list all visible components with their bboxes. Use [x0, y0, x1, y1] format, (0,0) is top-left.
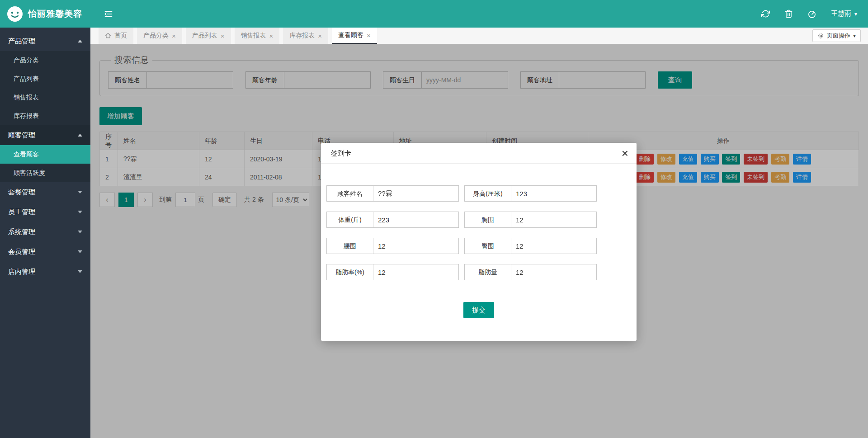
sidebar: 产品管理 产品分类 产品列表 销售报表 库存报表 顾客管理 查看顾客 顾客活跃度…: [0, 28, 90, 438]
sidebar-section-label: 产品管理: [8, 37, 35, 46]
modal-bust-label: 胸围: [464, 212, 511, 228]
topbar-right: 王慧雨 ▾: [761, 9, 868, 19]
sidebar-section-label: 顾客管理: [8, 131, 35, 140]
sidebar-section-member[interactable]: 会员管理: [0, 242, 90, 262]
user-menu[interactable]: 王慧雨 ▾: [831, 9, 857, 18]
modal-customer-name-input[interactable]: [373, 185, 459, 202]
modal-group-fat-mass: 脂肪量: [464, 264, 597, 280]
tab-label: 产品分类: [143, 32, 169, 40]
modal-bust-input[interactable]: [511, 212, 597, 228]
sidebar-section-staff[interactable]: 员工管理: [0, 202, 90, 222]
modal-group-height: 身高(厘米): [464, 185, 597, 202]
tab-home[interactable]: 首页: [99, 28, 133, 44]
modal-waist-input[interactable]: [373, 238, 459, 254]
tab-product-list[interactable]: 产品列表 ×: [186, 28, 231, 44]
tab-label: 查看顾客: [338, 31, 363, 39]
chevron-down-icon: [78, 191, 82, 193]
tabbar: 首页 产品分类 × 产品列表 × 销售报表 × 库存报表 × 查看顾客 ×: [90, 28, 868, 44]
sidebar-item-product-list[interactable]: 产品列表: [0, 70, 90, 88]
tab-stock-report[interactable]: 库存报表 ×: [283, 28, 328, 44]
modal-fat-mass-label: 脂肪量: [464, 264, 511, 280]
chevron-up-icon: [78, 134, 82, 137]
tab-label: 首页: [114, 32, 127, 40]
close-icon[interactable]: ×: [367, 32, 371, 39]
sidebar-item-view-customers[interactable]: 查看顾客: [0, 145, 90, 164]
sidebar-toggle-button[interactable]: [104, 9, 113, 19]
sidebar-submenu-product: 产品分类 产品列表 销售报表 库存报表: [0, 51, 90, 125]
brand-logo: [6, 5, 24, 23]
close-icon[interactable]: ×: [318, 33, 322, 39]
modal-height-input[interactable]: [511, 185, 597, 202]
trash-icon[interactable]: [784, 9, 793, 18]
close-icon[interactable]: ×: [622, 146, 628, 160]
sidebar-section-label: 店内管理: [8, 268, 35, 276]
tab-product-category[interactable]: 产品分类 ×: [137, 28, 182, 44]
close-icon[interactable]: ×: [172, 33, 176, 39]
sidebar-item-product-category[interactable]: 产品分类: [0, 51, 90, 70]
modal-fat-mass-input[interactable]: [511, 264, 597, 280]
modal-customer-name-label: 顾客姓名: [326, 185, 373, 202]
modal-height-label: 身高(厘米): [464, 185, 511, 202]
user-name: 王慧雨: [831, 9, 851, 18]
page-actions-button[interactable]: 页面操作 ▾: [812, 29, 861, 42]
sidebar-section-system[interactable]: 系统管理: [0, 222, 90, 242]
sidebar-toggle-icon: [104, 9, 113, 19]
modal-title: 签到卡: [321, 143, 637, 164]
modal-waist-label: 腰围: [326, 238, 373, 254]
home-icon: [105, 33, 111, 39]
modal-group-weight: 体重(斤): [326, 212, 459, 228]
sidebar-section-label: 员工管理: [8, 208, 35, 217]
sidebar-item-stock-report[interactable]: 库存报表: [0, 107, 90, 125]
page-actions-label: 页面操作: [827, 32, 850, 40]
sidebar-item-customer-activity[interactable]: 顾客活跃度: [0, 164, 90, 182]
checkin-card-modal: 签到卡 × 顾客姓名 身高(厘米) 体重(斤) 胸围 腰围: [321, 143, 637, 341]
tab-label: 产品列表: [192, 32, 217, 40]
modal-footer: 提交: [321, 290, 637, 341]
modal-group-bust: 胸围: [464, 212, 597, 228]
gear-icon: [817, 33, 824, 39]
chevron-down-icon: ▾: [853, 33, 856, 39]
sidebar-submenu-customer: 查看顾客 顾客活跃度: [0, 145, 90, 182]
brand: 怡丽雅馨美容: [0, 5, 90, 23]
modal-fat-rate-label: 脂肪率(%): [326, 264, 373, 280]
tab-sales-report[interactable]: 销售报表 ×: [235, 28, 280, 44]
sidebar-section-label: 系统管理: [8, 228, 35, 236]
sidebar-section-package[interactable]: 套餐管理: [0, 182, 90, 202]
modal-group-hip: 臀围: [464, 238, 597, 254]
modal-hip-label: 臀围: [464, 238, 511, 254]
chevron-down-icon: [78, 231, 82, 233]
sidebar-section-customer[interactable]: 顾客管理: [0, 125, 90, 145]
tab-label: 库存报表: [289, 32, 315, 40]
close-icon[interactable]: ×: [269, 33, 274, 39]
modal-hip-input[interactable]: [511, 238, 597, 254]
modal-group-waist: 腰围: [326, 238, 459, 254]
sidebar-section-label: 套餐管理: [8, 188, 35, 197]
chevron-up-icon: [78, 40, 82, 42]
submit-button[interactable]: 提交: [463, 302, 494, 318]
topbar: 怡丽雅馨美容 王慧雨 ▾: [0, 0, 868, 28]
sidebar-item-sales-report[interactable]: 销售报表: [0, 88, 90, 107]
modal-weight-input[interactable]: [373, 212, 459, 228]
tab-label: 销售报表: [241, 32, 266, 40]
sidebar-section-label: 会员管理: [8, 248, 35, 256]
chevron-down-icon: [78, 211, 82, 213]
modal-body: 顾客姓名 身高(厘米) 体重(斤) 胸围 腰围 臀: [321, 164, 637, 280]
modal-fat-rate-input[interactable]: [373, 264, 459, 280]
tab-view-customers[interactable]: 查看顾客 ×: [332, 28, 377, 44]
modal-weight-label: 体重(斤): [326, 212, 373, 228]
refresh-icon[interactable]: [761, 9, 770, 18]
modal-group-customer-name: 顾客姓名: [326, 185, 459, 202]
chevron-down-icon: [78, 270, 82, 273]
sidebar-section-product[interactable]: 产品管理: [0, 31, 90, 51]
brand-title: 怡丽雅馨美容: [28, 8, 82, 20]
chevron-down-icon: ▾: [854, 11, 857, 17]
dashboard-icon[interactable]: [807, 9, 816, 19]
sidebar-section-store[interactable]: 店内管理: [0, 262, 90, 282]
modal-group-fat-rate: 脂肪率(%): [326, 264, 459, 280]
close-icon[interactable]: ×: [221, 33, 225, 39]
chevron-down-icon: [78, 250, 82, 253]
